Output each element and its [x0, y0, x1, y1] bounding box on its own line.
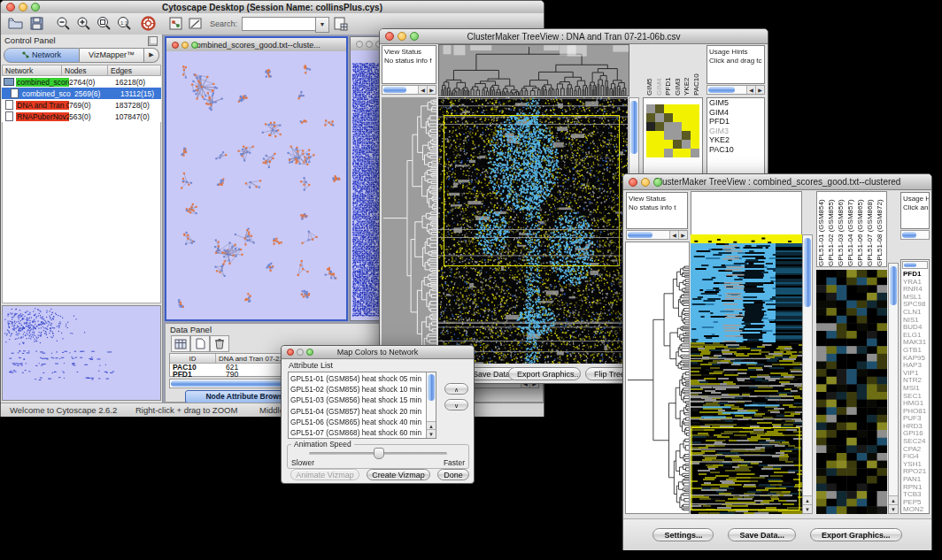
tv2-heatmap-vscrollbar[interactable]: ▲ ▼ — [802, 234, 813, 514]
tab-overflow-button[interactable]: ▶ — [144, 48, 159, 63]
col-edges[interactable]: Edges — [108, 65, 161, 76]
tv1-gene-label[interactable]: PAC10 — [707, 145, 764, 155]
arrow-up-icon[interactable]: ▲ — [889, 495, 898, 504]
arrow-right-icon[interactable]: ▶ — [427, 86, 436, 94]
vizmapper-icon[interactable] — [169, 17, 182, 30]
attribute-list-item[interactable]: GPL51-02 (GSM855) heat shock 10 min — [290, 384, 434, 395]
arrow-left-icon[interactable]: ◀ — [746, 86, 755, 94]
network-view-canvas[interactable] — [166, 51, 346, 319]
tv1-gene-label[interactable]: GIM5 — [707, 98, 764, 108]
tv1-gene-label[interactable]: PFD1 — [707, 117, 764, 127]
tv1-zoom-icon[interactable] — [410, 32, 419, 41]
tv2-usage-scrollbar[interactable] — [900, 230, 930, 240]
network-row[interactable]: DNA and Tran 07769(0)183728(0) — [2, 99, 161, 111]
dialog-button-create-vizmap[interactable]: Create Vizmap — [367, 469, 430, 480]
tv1-usage-scrollbar[interactable]: ◀ ▶ — [706, 85, 765, 95]
arrow-left-icon[interactable]: ◀ — [669, 231, 678, 239]
tv1-gene-label[interactable]: GIM4 — [707, 108, 764, 118]
tv2-button-export-graphics[interactable]: Export Graphics... — [810, 528, 902, 541]
dialog-minimize-icon[interactable] — [297, 349, 304, 356]
open-folder-icon[interactable] — [8, 17, 23, 29]
tab-vizmapper[interactable]: VizMapper™ — [80, 48, 144, 63]
save-icon[interactable] — [30, 17, 43, 30]
network-row[interactable]: combined_scores_2764(0)16218(0) — [2, 76, 161, 88]
minimize-icon[interactable] — [19, 3, 27, 12]
close-icon[interactable] — [6, 3, 15, 12]
attribute-list-vscrollbar[interactable]: ▲ ▼ — [426, 372, 436, 438]
float-panel-icon[interactable] — [148, 36, 158, 46]
attribute-list-item[interactable]: GPL51-04 (GSM857) heat shock 20 min — [290, 406, 434, 417]
zoom-fit-icon[interactable] — [97, 16, 112, 31]
arrow-down-icon[interactable]: ▼ — [803, 504, 812, 513]
zoom-in-icon[interactable] — [76, 16, 91, 31]
frame-zoom-icon[interactable] — [191, 42, 198, 49]
arrow-right-icon[interactable]: ▶ — [755, 86, 764, 94]
tv2-array-dendrogram-area[interactable] — [691, 191, 802, 234]
tv1-heatmap[interactable] — [438, 97, 628, 364]
tv2-gene-hscrollbar[interactable] — [902, 261, 928, 269]
tv2-heatmap[interactable] — [691, 234, 802, 514]
tv2-zoom-icon[interactable] — [653, 178, 662, 187]
tv2-button-save-data[interactable]: Save Data... — [728, 528, 796, 541]
tv1-gene-dendrogram[interactable] — [382, 97, 436, 364]
tv1-gene-label[interactable]: YKE2 — [707, 135, 764, 145]
tv2-zoom-vscrollbar[interactable]: ▲ ▼ — [888, 263, 899, 514]
annotation-icon[interactable] — [189, 17, 203, 30]
network-list-empty[interactable] — [2, 122, 161, 303]
tv2-zoom-heatmap[interactable] — [816, 270, 887, 514]
arrow-left-icon[interactable]: ◀ — [418, 86, 427, 94]
frame-close-icon[interactable] — [172, 42, 179, 49]
dialog-close-icon[interactable] — [287, 349, 294, 356]
move-down-button[interactable]: ∨ — [444, 399, 468, 410]
frame2-minimize-icon[interactable] — [366, 41, 373, 48]
attribute-list-item[interactable]: GPL51-03 (GSM856) heat shock 15 min — [290, 395, 434, 405]
select-attributes-icon[interactable] — [171, 335, 190, 352]
arrow-up-icon[interactable]: ▲ — [803, 495, 812, 504]
network-frame-titlebar[interactable]: combined_scores_good.txt--cluste... — [166, 38, 346, 52]
tv1-minimize-icon[interactable] — [398, 32, 406, 41]
import-table-icon[interactable] — [334, 17, 348, 31]
delete-attribute-trash-icon[interactable] — [210, 335, 229, 352]
frame2-close-icon[interactable] — [356, 41, 363, 48]
dialog-button-done[interactable]: Done — [437, 469, 469, 480]
treeview1-titlebar[interactable]: ClusterMaker TreeView : DNA and Tran 07-… — [380, 29, 768, 44]
attribute-list-item[interactable]: GPL51-07 (GSM868) heat shock 60 min — [290, 427, 434, 438]
tv1-button-export-graphics[interactable]: Export Graphics... — [508, 367, 581, 380]
window-controls[interactable] — [6, 3, 40, 12]
main-titlebar[interactable]: Cytoscape Desktop (Session Name: collins… — [1, 1, 544, 14]
tv1-close-icon[interactable] — [385, 32, 394, 41]
dialog-zoom-icon[interactable] — [306, 349, 313, 356]
tv1-similarity-matrix[interactable] — [646, 104, 699, 157]
tab-network[interactable]: Network — [4, 48, 80, 63]
tv2-status-scrollbar[interactable]: ◀ ▶ — [626, 230, 688, 240]
overview-canvas[interactable] — [3, 306, 160, 400]
tv2-close-icon[interactable] — [629, 178, 637, 187]
col-nodes[interactable]: Nodes — [62, 65, 108, 76]
zoom-icon[interactable] — [31, 3, 40, 12]
dialog-titlebar[interactable]: Map Colors to Network — [282, 346, 474, 359]
search-dropdown-button[interactable]: ▼ — [315, 17, 329, 33]
tv1-array-dendrogram[interactable] — [438, 44, 629, 96]
arrow-down-icon[interactable]: ▼ — [889, 504, 898, 513]
tv2-minimize-icon[interactable] — [641, 178, 650, 187]
arrow-right-icon[interactable]: ▶ — [678, 231, 687, 239]
network-row[interactable]: RNAPuberNov2+563(0)107847(0) — [2, 111, 161, 122]
search-input[interactable] — [242, 17, 316, 31]
zoom-out-icon[interactable] — [56, 16, 71, 31]
attribute-list-item[interactable]: GPL51-01 (GSM854) heat shock 05 min — [290, 373, 434, 384]
tv1-status-scrollbar[interactable]: ◀ ▶ — [382, 85, 436, 95]
tv2-gene-label[interactable]: MON2 — [901, 506, 930, 514]
speed-slider-thumb[interactable] — [374, 448, 384, 459]
new-attribute-icon[interactable] — [190, 335, 210, 352]
network-row[interactable]: combined_sco2569(6)13112(15) — [2, 88, 161, 99]
help-lifering-icon[interactable] — [141, 16, 156, 31]
tv2-gene-dendrogram[interactable] — [626, 264, 689, 513]
tv1-gene-label[interactable]: GIM3 — [707, 127, 764, 136]
col-network[interactable]: Network — [2, 65, 62, 76]
network-overview-panel[interactable] — [2, 305, 161, 401]
treeview2-titlebar[interactable]: ClusterMaker TreeView : combined_scores_… — [623, 174, 931, 190]
frame-minimize-icon[interactable] — [181, 42, 189, 49]
arrow-down-icon[interactable]: ▼ — [427, 429, 436, 438]
attribute-list-item[interactable]: GPL51-06 (GSM865) heat shock 40 min — [290, 417, 434, 427]
move-up-button[interactable]: ∧ — [444, 383, 468, 395]
